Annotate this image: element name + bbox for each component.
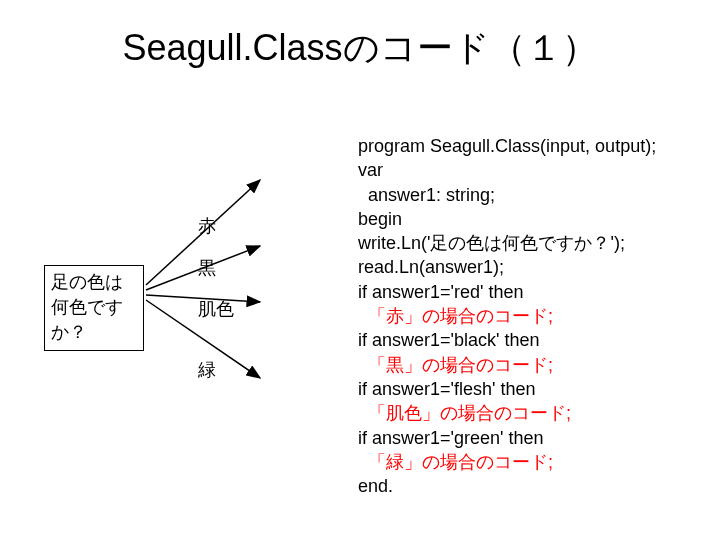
code-line: if answer1='black' then bbox=[358, 330, 539, 350]
question-box: 足の色は何色ですか？ bbox=[44, 265, 144, 351]
code-line: answer1: string; bbox=[358, 185, 495, 205]
code-line: if answer1='red' then bbox=[358, 282, 523, 302]
code-line: end. bbox=[358, 476, 393, 496]
label-green: 緑 bbox=[198, 358, 216, 382]
code-line: if answer1='green' then bbox=[358, 428, 544, 448]
code-line: if answer1='flesh' then bbox=[358, 379, 535, 399]
code-block: program Seagull.Class(input, output); va… bbox=[358, 134, 708, 498]
slide-title: Seagull.Classのコード（１） bbox=[0, 24, 720, 73]
code-line-red: 「黒」の場合のコード; bbox=[358, 355, 553, 375]
code-line: read.Ln(answer1); bbox=[358, 257, 504, 277]
code-line-red: 「肌色」の場合のコード; bbox=[358, 403, 571, 423]
code-line: var bbox=[358, 160, 383, 180]
code-line-red: 「赤」の場合のコード; bbox=[358, 306, 553, 326]
code-line: begin bbox=[358, 209, 402, 229]
label-flesh: 肌色 bbox=[198, 297, 234, 321]
label-red: 赤 bbox=[198, 214, 216, 238]
code-line: program Seagull.Class(input, output); bbox=[358, 136, 656, 156]
code-line: write.Ln('足の色は何色ですか？'); bbox=[358, 233, 625, 253]
label-black: 黒 bbox=[198, 256, 216, 280]
code-line-red: 「緑」の場合のコード; bbox=[358, 452, 553, 472]
